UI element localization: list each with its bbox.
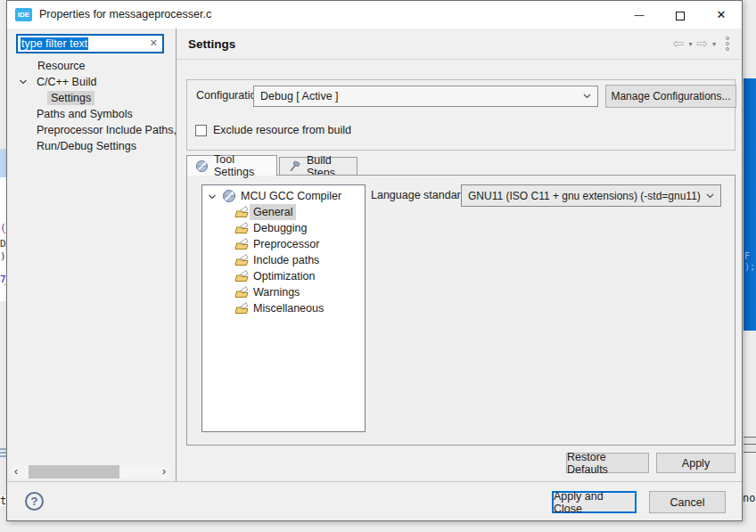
history-nav: ⇦ ▾ ⇨ ▾ [673, 37, 729, 51]
category-folder-icon [234, 269, 249, 283]
tree-item-label: General [250, 204, 296, 220]
manage-configurations-button[interactable]: Manage Configurations... [605, 85, 736, 108]
compiler-tool-icon [222, 189, 236, 203]
tree-item-mcu-gcc-compiler[interactable]: MCU GCC Compiler [202, 188, 365, 204]
minimize-button[interactable]: — [619, 1, 660, 29]
category-folder-icon [234, 301, 249, 315]
sidebar-item-label: Preprocessor Include Paths, [37, 123, 177, 137]
window-title: Properties for messageprocesser.c [39, 1, 211, 29]
sidebar-item-label: Run/Debug Settings [37, 139, 136, 153]
background-code-fragment: F [744, 251, 750, 261]
tree-item-preprocessor[interactable]: Preprocessor [202, 236, 365, 252]
tool-settings-icon [195, 160, 209, 173]
chevron-down-icon [583, 94, 591, 99]
back-dropdown-icon[interactable]: ▾ [688, 40, 692, 48]
tree-item-label: Warnings [253, 284, 300, 300]
background-scrollbar-sliver [0, 448, 6, 458]
chevron-down-icon [706, 193, 714, 199]
restore-defaults-button[interactable]: Restore Defaults [566, 453, 649, 473]
tree-item-miscellaneous[interactable]: Miscellaneous [202, 300, 365, 316]
sidebar-item-settings[interactable]: Settings [7, 91, 176, 106]
cancel-button[interactable]: Cancel [649, 491, 726, 513]
tree-item-general[interactable]: General [202, 204, 365, 220]
scroll-right-icon[interactable]: › [159, 465, 169, 479]
category-folder-icon [234, 253, 249, 267]
maximize-icon [676, 12, 685, 20]
title-bar[interactable]: IDE Properties for messageprocesser.c — … [7, 1, 742, 29]
sidebar-horizontal-scrollbar[interactable]: ‹ › [11, 465, 169, 479]
back-icon[interactable]: ⇦ [673, 37, 685, 51]
sidebar-item-label: Settings [47, 91, 94, 105]
sidebar-item-run-debug[interactable]: Run/Debug Settings [7, 139, 176, 154]
forward-dropdown-icon[interactable]: ▾ [712, 40, 716, 48]
configuration-select[interactable]: Debug [ Active ] [253, 86, 598, 107]
tree-item-include-paths[interactable]: Include paths [202, 252, 365, 268]
filter-input-value: type filter text [21, 37, 88, 50]
tree-item-debugging[interactable]: Debugging [202, 220, 365, 236]
sidebar-item-label: Paths and Symbols [37, 107, 133, 121]
configuration-value: Debug [ Active ] [260, 86, 339, 106]
view-menu-icon[interactable] [726, 37, 729, 51]
tree-item-label: MCU GCC Compiler [241, 188, 341, 204]
screen: ( DA ); 7" tte F ); not IDE Properties f… [0, 0, 756, 532]
tree-item-warnings[interactable]: Warnings [202, 284, 365, 300]
chevron-down-icon[interactable] [208, 192, 217, 201]
sidebar-item-preprocessor-include[interactable]: Preprocessor Include Paths, [7, 123, 176, 138]
help-icon[interactable]: ? [25, 492, 44, 511]
sidebar: type filter text ✕ Resource C/C++ Build … [7, 29, 177, 482]
background-panel-edge [744, 437, 756, 453]
apply-and-close-button[interactable]: Apply and Close [552, 491, 637, 513]
background-code-fragment: ); [744, 262, 755, 272]
category-folder-icon [234, 285, 249, 299]
clear-filter-icon[interactable]: ✕ [150, 37, 158, 49]
dialog-footer: ? Apply and Close Cancel [7, 481, 742, 520]
tab-build-steps[interactable]: Build Steps [279, 157, 357, 176]
exclude-resource-label[interactable]: Exclude resource from build [213, 124, 351, 136]
forward-icon[interactable]: ⇨ [696, 37, 708, 51]
filter-input[interactable]: type filter text ✕ [16, 34, 164, 53]
close-button[interactable]: ✕ [701, 1, 742, 29]
app-icon: IDE [15, 8, 32, 21]
page-title: Settings [188, 37, 235, 51]
tree-item-label: Include paths [253, 252, 319, 268]
tree-item-label: Debugging [253, 220, 307, 236]
background-code-fragment: not [743, 492, 756, 504]
category-folder-icon [234, 205, 249, 219]
language-standard-label: Language standard [371, 189, 467, 201]
tab-tool-settings[interactable]: Tool Settings [186, 155, 277, 176]
tree-item-label: Miscellaneous [253, 300, 324, 316]
sidebar-item-paths-symbols[interactable]: Paths and Symbols [7, 107, 176, 122]
configuration-group: Configuration: Debug [ Active ] Manage C… [186, 79, 735, 151]
sidebar-item-resource[interactable]: Resource [7, 59, 176, 74]
exclude-resource-checkbox[interactable] [195, 125, 207, 136]
tree-item-label: Optimization [253, 268, 315, 284]
scrollbar-thumb[interactable] [29, 465, 119, 479]
sidebar-item-label: Resource [37, 59, 86, 73]
background-selection-highlight [0, 149, 6, 177]
background-blue-panel: F ); [744, 78, 756, 331]
language-standard-select[interactable]: GNU11 (ISO C11 + gnu extensions) (-std=g… [461, 184, 721, 207]
apply-button[interactable]: Apply [656, 453, 735, 473]
tab-label: Tool Settings [214, 153, 268, 178]
tree-item-label: Preprocessor [253, 236, 319, 252]
tree-item-optimization[interactable]: Optimization [202, 268, 365, 284]
build-steps-icon [288, 160, 301, 173]
maximize-button[interactable] [660, 1, 701, 29]
tool-settings-panel: MCU GCC Compiler General [186, 175, 735, 446]
chevron-down-icon[interactable] [19, 78, 28, 86]
header-separator [177, 59, 742, 60]
scroll-left-icon[interactable]: ‹ [11, 465, 21, 479]
category-folder-icon [234, 221, 249, 235]
properties-dialog: IDE Properties for messageprocesser.c — … [6, 0, 743, 521]
settings-page: Settings ⇦ ▾ ⇨ ▾ Configuration: Debug [ … [177, 29, 742, 482]
category-folder-icon [234, 237, 249, 251]
sidebar-item-label: C/C++ Build [37, 75, 96, 89]
compiler-options-tree: MCU GCC Compiler General [201, 184, 366, 432]
language-standard-value: GNU11 (ISO C11 + gnu extensions) (-std=g… [468, 185, 701, 206]
sidebar-item-cpp-build[interactable]: C/C++ Build [7, 75, 176, 90]
